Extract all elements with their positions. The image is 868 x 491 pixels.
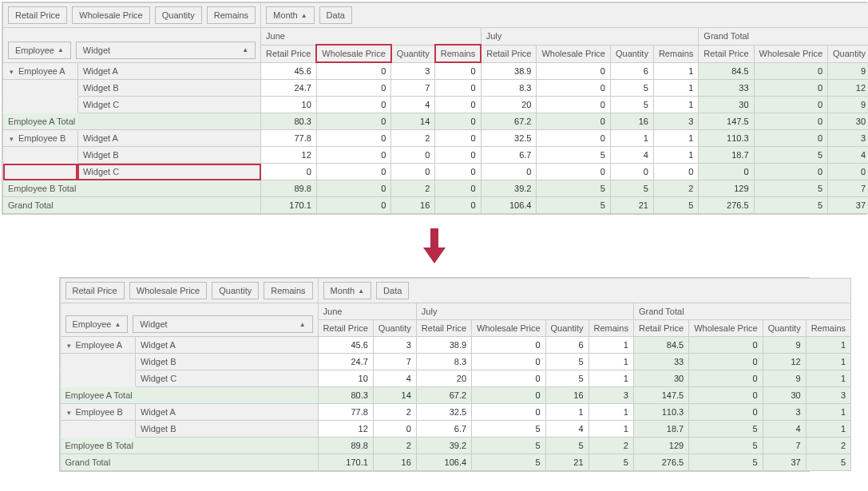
data-cell[interactable]: 80.3 xyxy=(261,113,317,130)
col-gt-wp-b[interactable]: Wholesale Price xyxy=(689,320,763,337)
data-cell[interactable]: 5 xyxy=(610,180,653,197)
field-data[interactable]: Data xyxy=(319,6,352,24)
field-employee-b[interactable]: Employee▲ xyxy=(65,315,129,333)
data-cell[interactable]: 5 xyxy=(689,454,763,471)
data-cell[interactable]: 2 xyxy=(589,438,633,454)
data-field-area-b[interactable]: Retail Price Wholesale Price Quantity Re… xyxy=(65,282,313,299)
data-cell[interactable]: 12 xyxy=(318,421,373,438)
data-cell[interactable]: 1 xyxy=(653,62,698,80)
data-cell[interactable]: 0 xyxy=(472,337,545,354)
data-cell[interactable]: 106.4 xyxy=(481,197,537,214)
data-cell[interactable]: 9 xyxy=(763,370,806,387)
data-cell[interactable]: 0 xyxy=(435,97,481,113)
row-employee[interactable]: ▾Employee B xyxy=(3,130,78,147)
field-employee[interactable]: Employee▲ xyxy=(8,42,71,59)
field-month[interactable]: Month▲ xyxy=(266,6,315,24)
data-cell[interactable]: 16 xyxy=(373,454,416,471)
data-cell[interactable]: 5 xyxy=(472,438,545,454)
data-cell[interactable]: 3 xyxy=(391,62,435,80)
data-cell[interactable]: 1 xyxy=(589,404,633,421)
row-total-label[interactable]: Grand Total xyxy=(3,197,261,214)
data-cell[interactable]: 5 xyxy=(610,97,653,113)
data-cell[interactable]: 5 xyxy=(806,454,850,471)
data-cell[interactable]: 1 xyxy=(589,354,633,370)
data-cell[interactable]: 110.3 xyxy=(699,130,754,147)
col-june-rp[interactable]: Retail Price xyxy=(261,45,317,62)
data-cell[interactable]: 3 xyxy=(763,404,806,421)
col-june-rp-b[interactable]: Retail Price xyxy=(318,320,373,337)
data-cell[interactable]: 2 xyxy=(391,180,435,197)
data-cell[interactable]: 0 xyxy=(537,164,610,180)
data-cell[interactable]: 3 xyxy=(653,113,698,130)
col-grand-total-b[interactable]: Grand Total xyxy=(633,303,850,320)
data-cell[interactable]: 5 xyxy=(537,180,610,197)
data-cell[interactable]: 80.3 xyxy=(318,387,373,404)
row-field-area-b[interactable]: Employee▲ Widget▲ xyxy=(65,315,313,333)
data-cell[interactable]: 24.7 xyxy=(261,80,317,97)
data-cell[interactable]: 6.7 xyxy=(416,421,471,438)
col-june[interactable]: June xyxy=(261,28,482,46)
data-cell[interactable]: 2 xyxy=(653,180,698,197)
row-employee-empty[interactable] xyxy=(3,164,78,180)
data-cell[interactable]: 12 xyxy=(261,147,317,164)
data-cell[interactable]: 5 xyxy=(472,454,545,471)
col-july-r-b[interactable]: Remains xyxy=(589,320,633,337)
data-cell[interactable]: 37 xyxy=(828,197,868,214)
data-cell[interactable]: 0 xyxy=(699,164,754,180)
data-cell[interactable]: 5 xyxy=(653,197,698,214)
col-july-q[interactable]: Quantity xyxy=(610,45,653,62)
data-cell[interactable]: 0 xyxy=(472,354,545,370)
data-cell[interactable]: 1 xyxy=(653,80,698,97)
data-cell[interactable]: 77.8 xyxy=(318,404,373,421)
data-cell[interactable]: 5 xyxy=(537,197,610,214)
data-cell[interactable]: 276.5 xyxy=(699,197,754,214)
data-cell[interactable]: 0 xyxy=(754,62,827,80)
data-cell[interactable]: 30 xyxy=(763,387,806,404)
data-cell[interactable]: 0 xyxy=(754,80,827,97)
row-employee[interactable]: ▾Employee A xyxy=(3,62,78,80)
data-cell[interactable]: 0 xyxy=(316,197,390,214)
data-cell[interactable]: 0 xyxy=(391,164,435,180)
col-gt-r-b[interactable]: Remains xyxy=(806,320,850,337)
col-grand-total[interactable]: Grand Total xyxy=(699,28,868,46)
col-gt-rp-b[interactable]: Retail Price xyxy=(633,320,688,337)
data-cell[interactable]: 5 xyxy=(754,197,827,214)
data-field-area[interactable]: Retail Price Wholesale Price Quantity Re… xyxy=(8,6,256,24)
data-cell[interactable]: 32.5 xyxy=(481,130,537,147)
data-cell[interactable]: 4 xyxy=(610,147,653,164)
data-cell[interactable]: 7 xyxy=(763,438,806,454)
data-cell[interactable]: 9 xyxy=(828,97,868,113)
data-cell[interactable]: 84.5 xyxy=(699,62,754,80)
data-cell[interactable]: 0 xyxy=(435,180,481,197)
col-gt-wp[interactable]: Wholesale Price xyxy=(754,45,827,62)
data-cell[interactable]: 1 xyxy=(610,130,653,147)
data-cell[interactable]: 5 xyxy=(754,180,827,197)
field-month-b[interactable]: Month▲ xyxy=(323,282,372,299)
data-cell[interactable]: 1 xyxy=(589,421,633,438)
data-cell[interactable]: 0 xyxy=(316,80,390,97)
data-cell[interactable]: 0 xyxy=(689,404,763,421)
row-field-area[interactable]: Employee▲ Widget▲ xyxy=(8,42,256,59)
data-cell[interactable]: 0 xyxy=(689,387,763,404)
data-cell[interactable]: 14 xyxy=(391,113,435,130)
data-cell[interactable]: 0 xyxy=(435,197,481,214)
data-cell[interactable]: 1 xyxy=(589,370,633,387)
data-cell[interactable]: 0 xyxy=(316,97,390,113)
data-cell[interactable]: 5 xyxy=(689,438,763,454)
data-cell[interactable]: 170.1 xyxy=(261,197,317,214)
row-employee[interactable]: ▾Employee A xyxy=(60,337,135,354)
data-cell[interactable]: 2 xyxy=(373,404,416,421)
col-july-rp[interactable]: Retail Price xyxy=(481,45,537,62)
data-cell[interactable]: 67.2 xyxy=(416,387,471,404)
row-total-label[interactable]: Employee B Total xyxy=(60,438,318,454)
data-cell[interactable]: 0 xyxy=(435,62,481,80)
data-cell[interactable]: 12 xyxy=(828,80,868,97)
data-cell[interactable]: 3 xyxy=(806,387,850,404)
field-data-b[interactable]: Data xyxy=(376,282,409,299)
data-cell[interactable]: 10 xyxy=(261,97,317,113)
data-cell[interactable]: 4 xyxy=(763,421,806,438)
data-cell[interactable]: 0 xyxy=(754,164,827,180)
data-cell[interactable]: 5 xyxy=(610,80,653,97)
data-cell[interactable]: 0 xyxy=(610,164,653,180)
data-cell[interactable]: 5 xyxy=(545,438,589,454)
